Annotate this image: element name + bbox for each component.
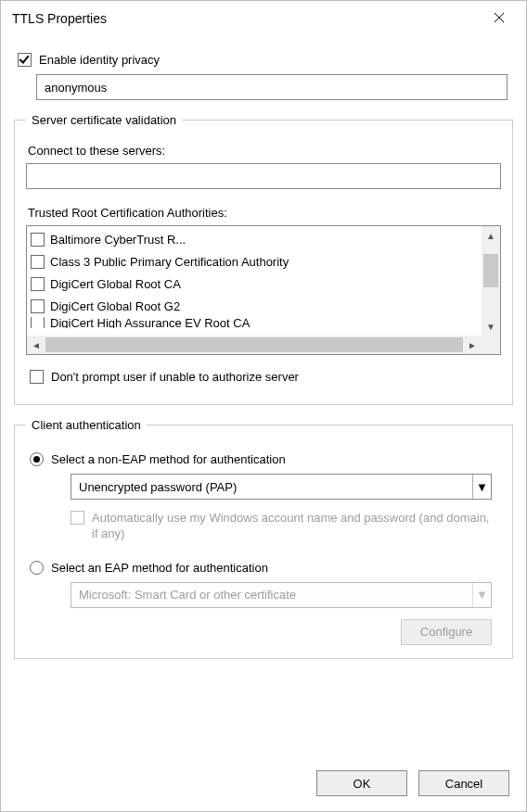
non-eap-radio-label: Select a non-EAP method for authenticati… [51, 452, 286, 466]
titlebar: TTLS Properties [1, 1, 526, 36]
non-eap-radio-row[interactable]: Select a non-EAP method for authenticati… [30, 452, 497, 466]
scroll-left-icon[interactable]: ◄ [27, 336, 45, 354]
scroll-right-icon[interactable]: ► [463, 336, 482, 354]
ca-item-checkbox[interactable] [31, 317, 45, 328]
enable-identity-privacy-row: Enable identity privacy [18, 53, 509, 67]
connect-servers-label: Connect to these servers: [28, 144, 499, 158]
ca-item-label: DigiCert High Assurance EV Root CA [50, 317, 250, 328]
dont-prompt-label: Don't prompt user if unable to authorize… [51, 370, 299, 384]
scroll-track[interactable] [45, 337, 463, 352]
chevron-down-icon[interactable]: ▼ [472, 475, 491, 499]
trusted-root-ca-listbox[interactable]: Baltimore CyberTrust R... Class 3 Public… [26, 225, 501, 355]
horizontal-scrollbar[interactable]: ◄ ► [27, 336, 500, 354]
scroll-down-icon[interactable]: ▼ [482, 317, 500, 336]
window-title: TTLS Properties [12, 11, 478, 26]
ca-item-checkbox[interactable] [31, 299, 45, 313]
trusted-root-ca-label: Trusted Root Certification Authorities: [28, 206, 499, 220]
vertical-scrollbar[interactable]: ▲ ▼ [482, 226, 500, 336]
enable-identity-privacy-checkbox[interactable] [18, 53, 32, 67]
list-item[interactable]: Class 3 Public Primary Certification Aut… [31, 250, 480, 273]
dialog-button-bar: OK Cancel [316, 770, 509, 796]
eap-radio-row[interactable]: Select an EAP method for authentication [30, 561, 497, 575]
auto-windows-creds-label: Automatically use my Windows account nam… [92, 511, 492, 542]
cancel-button[interactable]: Cancel [418, 770, 509, 796]
eap-method-dropdown: Microsoft: Smart Card or other certifica… [71, 582, 492, 608]
ttls-properties-dialog: TTLS Properties Enable identity privacy … [0, 0, 527, 812]
eap-radio-label: Select an EAP method for authentication [51, 561, 268, 575]
server-cert-validation-legend: Server certificate validation [26, 113, 182, 127]
ca-item-label: DigiCert Global Root CA [50, 277, 181, 291]
list-item[interactable]: DigiCert Global Root CA [31, 273, 480, 295]
dont-prompt-row: Don't prompt user if unable to authorize… [30, 370, 497, 384]
non-eap-radio[interactable] [30, 452, 44, 466]
scroll-track[interactable] [482, 245, 500, 317]
dropdown-value: Microsoft: Smart Card or other certifica… [71, 588, 472, 602]
ca-item-label: DigiCert Global Root G2 [50, 299, 180, 313]
list-item[interactable]: Baltimore CyberTrust R... [31, 228, 480, 250]
dropdown-value: Unencrypted password (PAP) [71, 480, 472, 494]
ca-item-label: Class 3 Public Primary Certification Aut… [50, 255, 289, 269]
ca-item-checkbox[interactable] [31, 255, 45, 269]
dont-prompt-checkbox[interactable] [30, 370, 44, 384]
ok-button[interactable]: OK [316, 770, 407, 796]
ca-item-label: Baltimore CyberTrust R... [50, 233, 186, 247]
enable-identity-privacy-label: Enable identity privacy [39, 53, 160, 67]
client-authentication-group: Client authentication Select a non-EAP m… [14, 418, 513, 659]
auto-windows-creds-checkbox [71, 511, 84, 525]
list-item[interactable]: DigiCert Global Root G2 [31, 295, 480, 317]
identity-input[interactable] [36, 74, 508, 100]
auto-windows-creds-row: Automatically use my Windows account nam… [71, 511, 492, 542]
close-icon [494, 11, 505, 26]
configure-button: Configure [401, 619, 492, 645]
scroll-thumb[interactable] [483, 254, 498, 287]
list-item[interactable]: DigiCert High Assurance EV Root CA [31, 317, 480, 328]
non-eap-method-dropdown[interactable]: Unencrypted password (PAP) ▼ [71, 474, 492, 500]
scroll-up-icon[interactable]: ▲ [482, 226, 500, 245]
chevron-down-icon: ▼ [472, 583, 491, 607]
connect-servers-input[interactable] [26, 163, 501, 189]
close-button[interactable] [478, 4, 521, 33]
client-authentication-legend: Client authentication [26, 418, 147, 432]
ca-item-checkbox[interactable] [31, 233, 45, 247]
eap-radio[interactable] [30, 561, 44, 575]
ca-item-checkbox[interactable] [31, 277, 45, 291]
server-cert-validation-group: Server certificate validation Connect to… [14, 113, 513, 405]
